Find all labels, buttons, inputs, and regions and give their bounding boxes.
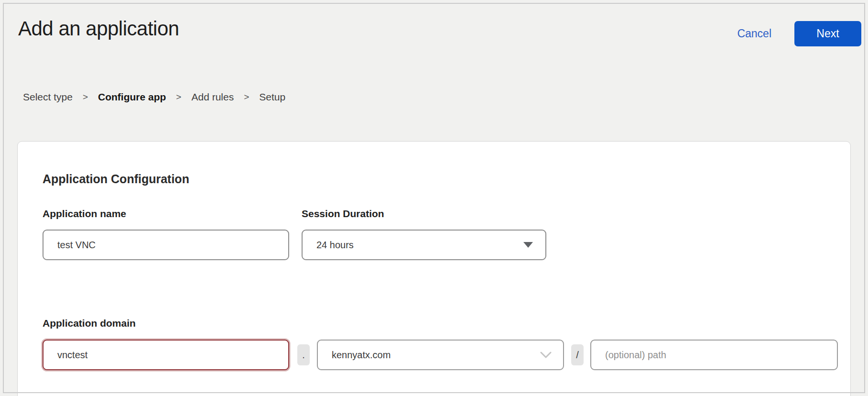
path-input[interactable] — [590, 340, 838, 370]
header-actions: Cancel Next — [737, 21, 861, 46]
domain-select[interactable]: kennyatx.com — [317, 340, 564, 370]
application-domain-label: Application domain — [43, 318, 850, 329]
application-domain-row: Application domain . kennyatx.com / — [43, 318, 850, 370]
breadcrumb-step-select-type[interactable]: Select type — [23, 91, 73, 103]
breadcrumb-step-setup[interactable]: Setup — [259, 91, 285, 103]
configuration-card: Application Configuration Application na… — [17, 141, 851, 396]
application-name-input[interactable] — [43, 230, 289, 260]
page-header: Add an application Cancel Next — [0, 0, 868, 46]
session-duration-label: Session Duration — [302, 208, 546, 220]
breadcrumb: Select type > Configure app > Add rules … — [23, 91, 868, 103]
breadcrumb-separator-icon: > — [83, 92, 88, 102]
breadcrumb-separator-icon: > — [176, 92, 181, 102]
name-duration-row: Application name Session Duration 24 hou… — [43, 208, 850, 260]
slash-separator: / — [571, 344, 584, 365]
next-button[interactable]: Next — [794, 21, 861, 46]
chevron-down-icon — [540, 352, 552, 359]
domain-line: . kennyatx.com / — [43, 340, 850, 370]
breadcrumb-step-add-rules[interactable]: Add rules — [191, 91, 234, 103]
session-duration-group: Session Duration 24 hours — [302, 208, 546, 260]
page-title: Add an application — [18, 16, 179, 42]
breadcrumb-separator-icon: > — [244, 92, 249, 102]
subdomain-input[interactable] — [43, 340, 289, 370]
cancel-button[interactable]: Cancel — [737, 27, 771, 40]
application-name-group: Application name — [43, 208, 289, 260]
session-duration-select[interactable]: 24 hours — [302, 230, 546, 260]
domain-select-value: kennyatx.com — [332, 350, 391, 361]
caret-down-icon — [523, 242, 533, 248]
dot-separator: . — [297, 344, 310, 365]
section-title: Application Configuration — [43, 172, 850, 186]
breadcrumb-step-configure-app[interactable]: Configure app — [98, 91, 166, 103]
session-duration-value: 24 hours — [316, 240, 354, 251]
application-name-label: Application name — [43, 208, 289, 220]
